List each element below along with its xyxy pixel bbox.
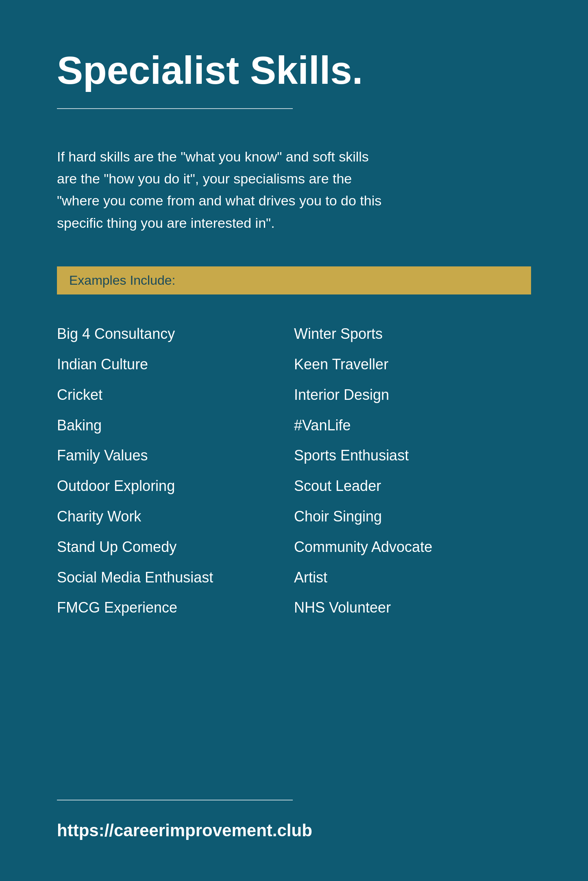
description-text: If hard skills are the "what you know" a…: [57, 146, 390, 234]
list-item: Winter Sports: [294, 319, 531, 349]
list-item: Community Advocate: [294, 532, 531, 563]
list-item: Artist: [294, 563, 531, 593]
list-item: FMCG Experience: [57, 593, 294, 623]
list-item: Keen Traveller: [294, 349, 531, 380]
list-item: Stand Up Comedy: [57, 532, 294, 563]
list-item: Family Values: [57, 440, 294, 471]
list-item: Indian Culture: [57, 349, 294, 380]
list-item: Choir Singing: [294, 502, 531, 532]
list-item: Sports Enthusiast: [294, 440, 531, 471]
list-item: NHS Volunteer: [294, 593, 531, 623]
bottom-divider: [57, 800, 293, 800]
website-url: https://careerimprovement.club: [57, 821, 531, 840]
items-grid: Big 4 ConsultancyIndian CultureCricketBa…: [57, 319, 531, 623]
list-item: Interior Design: [294, 380, 531, 410]
list-item: Scout Leader: [294, 471, 531, 502]
list-item: Social Media Enthusiast: [57, 563, 294, 593]
list-item: #VanLife: [294, 410, 531, 441]
bottom-section: https://careerimprovement.club: [57, 800, 531, 840]
page-container: Specialist Skills. If hard skills are th…: [0, 0, 588, 881]
title-section: Specialist Skills.: [57, 49, 531, 133]
left-column: Big 4 ConsultancyIndian CultureCricketBa…: [57, 319, 294, 623]
page-title: Specialist Skills.: [57, 49, 531, 92]
right-column: Winter SportsKeen TravellerInterior Desi…: [294, 319, 531, 623]
list-item: Outdoor Exploring: [57, 471, 294, 502]
examples-badge: Examples Include:: [57, 266, 531, 294]
list-item: Baking: [57, 410, 294, 441]
list-item: Cricket: [57, 380, 294, 410]
title-divider: [57, 108, 293, 109]
list-item: Charity Work: [57, 502, 294, 532]
list-item: Big 4 Consultancy: [57, 319, 294, 349]
